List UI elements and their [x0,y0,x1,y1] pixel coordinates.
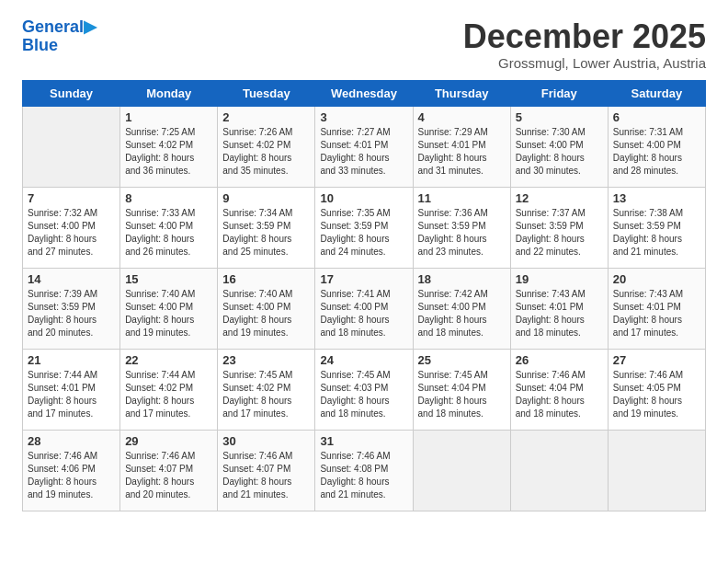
calendar-week-row: 14Sunrise: 7:39 AMSunset: 3:59 PMDayligh… [23,268,706,349]
calendar-cell: 6Sunrise: 7:31 AMSunset: 4:00 PMDaylight… [608,106,705,187]
calendar-week-row: 28Sunrise: 7:46 AMSunset: 4:06 PMDayligh… [23,430,706,511]
day-number: 3 [320,110,407,124]
day-number: 24 [320,353,407,367]
calendar-cell: 15Sunrise: 7:40 AMSunset: 4:00 PMDayligh… [120,268,218,349]
day-number: 31 [320,434,407,448]
day-number: 23 [222,353,310,367]
day-info: Sunrise: 7:30 AMSunset: 4:00 PMDaylight:… [516,126,603,178]
calendar-cell: 30Sunrise: 7:46 AMSunset: 4:07 PMDayligh… [218,430,315,511]
calendar-cell: 25Sunrise: 7:45 AMSunset: 4:04 PMDayligh… [413,349,510,430]
day-number: 26 [516,353,603,367]
day-number: 25 [418,353,506,367]
calendar-cell: 22Sunrise: 7:44 AMSunset: 4:02 PMDayligh… [120,349,218,430]
day-info: Sunrise: 7:45 AMSunset: 4:02 PMDaylight:… [222,369,310,420]
day-number: 19 [516,272,603,286]
day-number: 29 [125,434,212,448]
day-info: Sunrise: 7:39 AMSunset: 3:59 PMDaylight:… [28,288,115,339]
calendar-cell: 9Sunrise: 7:34 AMSunset: 3:59 PMDaylight… [218,187,315,268]
day-info: Sunrise: 7:29 AMSunset: 4:01 PMDaylight:… [418,126,506,178]
logo-text2: Blue [22,37,97,55]
day-number: 8 [125,191,212,205]
calendar-cell: 18Sunrise: 7:42 AMSunset: 4:00 PMDayligh… [413,268,510,349]
calendar-cell: 27Sunrise: 7:46 AMSunset: 4:05 PMDayligh… [608,349,705,430]
day-info: Sunrise: 7:43 AMSunset: 4:01 PMDaylight:… [613,288,700,339]
calendar-cell: 11Sunrise: 7:36 AMSunset: 3:59 PMDayligh… [413,187,510,268]
day-info: Sunrise: 7:25 AMSunset: 4:02 PMDaylight:… [125,126,212,178]
calendar-cell: 17Sunrise: 7:41 AMSunset: 4:00 PMDayligh… [315,268,413,349]
day-number: 1 [125,110,212,124]
day-number: 7 [28,191,115,205]
calendar-cell: 14Sunrise: 7:39 AMSunset: 3:59 PMDayligh… [23,268,120,349]
day-info: Sunrise: 7:42 AMSunset: 4:00 PMDaylight:… [418,288,506,339]
day-number: 27 [613,353,700,367]
location: Grossmugl, Lower Austria, Austria [463,55,706,71]
logo: General▶ Blue [22,18,97,55]
day-number: 14 [28,272,115,286]
calendar-cell: 19Sunrise: 7:43 AMSunset: 4:01 PMDayligh… [510,268,608,349]
day-number: 2 [222,110,310,124]
day-info: Sunrise: 7:43 AMSunset: 4:01 PMDaylight:… [516,288,603,339]
calendar-cell: 4Sunrise: 7:29 AMSunset: 4:01 PMDaylight… [413,106,510,187]
calendar-cell: 24Sunrise: 7:45 AMSunset: 4:03 PMDayligh… [315,349,413,430]
logo-text: General▶ [22,18,97,37]
calendar-cell [413,430,510,511]
day-number: 9 [222,191,310,205]
day-info: Sunrise: 7:40 AMSunset: 4:00 PMDaylight:… [125,288,212,339]
day-info: Sunrise: 7:45 AMSunset: 4:04 PMDaylight:… [418,369,506,420]
calendar-cell: 1Sunrise: 7:25 AMSunset: 4:02 PMDaylight… [120,106,218,187]
day-number: 11 [418,191,506,205]
calendar-cell [510,430,608,511]
day-info: Sunrise: 7:46 AMSunset: 4:07 PMDaylight:… [222,450,310,501]
day-info: Sunrise: 7:46 AMSunset: 4:05 PMDaylight:… [613,369,700,420]
calendar-cell: 28Sunrise: 7:46 AMSunset: 4:06 PMDayligh… [23,430,120,511]
day-info: Sunrise: 7:27 AMSunset: 4:01 PMDaylight:… [320,126,407,178]
calendar-cell: 8Sunrise: 7:33 AMSunset: 4:00 PMDaylight… [120,187,218,268]
day-info: Sunrise: 7:32 AMSunset: 4:00 PMDaylight:… [28,207,115,259]
day-number: 20 [613,272,700,286]
weekday-header-row: SundayMondayTuesdayWednesdayThursdayFrid… [23,80,706,106]
calendar-cell: 13Sunrise: 7:38 AMSunset: 3:59 PMDayligh… [608,187,705,268]
calendar-cell: 16Sunrise: 7:40 AMSunset: 4:00 PMDayligh… [218,268,315,349]
weekday-header: Sunday [23,80,120,106]
calendar-cell: 5Sunrise: 7:30 AMSunset: 4:00 PMDaylight… [510,106,608,187]
day-number: 17 [320,272,407,286]
weekday-header: Tuesday [218,80,315,106]
weekday-header: Friday [510,80,608,106]
day-info: Sunrise: 7:31 AMSunset: 4:00 PMDaylight:… [613,126,700,178]
calendar-cell: 29Sunrise: 7:46 AMSunset: 4:07 PMDayligh… [120,430,218,511]
day-number: 21 [28,353,115,367]
title-block: December 2025 Grossmugl, Lower Austria, … [463,18,706,71]
day-info: Sunrise: 7:45 AMSunset: 4:03 PMDaylight:… [320,369,407,420]
calendar-cell: 20Sunrise: 7:43 AMSunset: 4:01 PMDayligh… [608,268,705,349]
calendar-cell [608,430,705,511]
day-number: 15 [125,272,212,286]
day-number: 12 [516,191,603,205]
day-number: 30 [222,434,310,448]
day-info: Sunrise: 7:33 AMSunset: 4:00 PMDaylight:… [125,207,212,259]
day-info: Sunrise: 7:34 AMSunset: 3:59 PMDaylight:… [222,207,310,259]
calendar-cell: 10Sunrise: 7:35 AMSunset: 3:59 PMDayligh… [315,187,413,268]
calendar-cell [23,106,120,187]
weekday-header: Thursday [413,80,510,106]
weekday-header: Saturday [608,80,705,106]
day-number: 10 [320,191,407,205]
day-number: 4 [418,110,506,124]
day-info: Sunrise: 7:38 AMSunset: 3:59 PMDaylight:… [613,207,700,259]
day-info: Sunrise: 7:26 AMSunset: 4:02 PMDaylight:… [222,126,310,178]
calendar-cell: 31Sunrise: 7:46 AMSunset: 4:08 PMDayligh… [315,430,413,511]
page-header: General▶ Blue December 2025 Grossmugl, L… [22,18,706,71]
month-title: December 2025 [463,18,706,55]
day-info: Sunrise: 7:44 AMSunset: 4:01 PMDaylight:… [28,369,115,420]
weekday-header: Wednesday [315,80,413,106]
day-info: Sunrise: 7:46 AMSunset: 4:07 PMDaylight:… [125,450,212,501]
day-number: 6 [613,110,700,124]
day-number: 28 [28,434,115,448]
day-info: Sunrise: 7:40 AMSunset: 4:00 PMDaylight:… [222,288,310,339]
day-number: 13 [613,191,700,205]
day-info: Sunrise: 7:36 AMSunset: 3:59 PMDaylight:… [418,207,506,259]
calendar-week-row: 7Sunrise: 7:32 AMSunset: 4:00 PMDaylight… [23,187,706,268]
calendar-week-row: 21Sunrise: 7:44 AMSunset: 4:01 PMDayligh… [23,349,706,430]
day-number: 22 [125,353,212,367]
day-info: Sunrise: 7:35 AMSunset: 3:59 PMDaylight:… [320,207,407,259]
weekday-header: Monday [120,80,218,106]
